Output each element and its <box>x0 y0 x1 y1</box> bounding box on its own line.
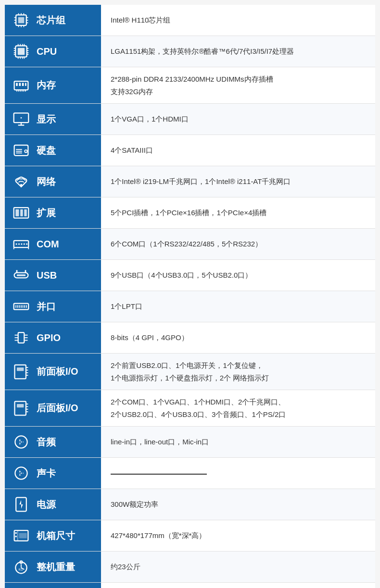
label-cell-display: 显示 <box>5 104 101 135</box>
label-cell-expansion: 扩展 <box>5 197 101 229</box>
svg-rect-107 <box>19 533 27 539</box>
gpio-icon <box>11 327 32 348</box>
table-row: 音频line-in口，line-out口，Mic-in口 <box>5 427 375 458</box>
label-cell-com: COM <box>5 229 101 260</box>
value-cell-rear-panel: 2个COM口、1个VGA口、1个HDMI口、2个千兆网口、2个USB2.0口、4… <box>101 390 375 427</box>
value-cell-os: Windows 7、Windows 8、Windows 10、Linux <box>101 583 375 588</box>
table-row: USB9个USB口（4个USB3.0口，5个USB2.0口） <box>5 260 375 291</box>
label-cell-os: 系统支持 <box>5 583 101 588</box>
label-text-display: 显示 <box>37 113 56 126</box>
label-cell-front-panel: 前面板I/O <box>5 354 101 390</box>
value-cell-front-panel: 2个前置USB2.0口、1个电源开关，1个复位键，1个电源指示灯，1个硬盘指示灯… <box>101 354 375 390</box>
svg-rect-84 <box>15 365 26 379</box>
weight-icon: KG <box>11 556 32 577</box>
value-cell-expansion: 5个PCI插槽，1个PCIe×16插槽，1个PCIe×4插槽 <box>101 197 375 229</box>
svg-point-58 <box>15 243 17 245</box>
network-icon <box>11 171 32 192</box>
table-row: GPIO8-bits（4 GPI，4GPO） <box>5 322 375 354</box>
label-cell-usb: USB <box>5 260 101 291</box>
table-row: 硬盘4个SATAIII口 <box>5 135 375 166</box>
label-cell-network: 网络 <box>5 166 101 197</box>
svg-rect-90 <box>15 401 26 415</box>
svg-rect-55 <box>20 209 23 216</box>
table-row: 芯片组Intel® H110芯片组 <box>5 5 375 36</box>
svg-rect-36 <box>25 83 26 86</box>
spec-table: 芯片组Intel® H110芯片组 CPULGA1151构架，支持英特尔®酷睿™… <box>5 5 375 588</box>
table-row: 显示1个VGA口，1个HDMI口 <box>5 104 375 135</box>
parallel-icon <box>11 296 32 317</box>
label-cell-rear-panel: 后面板I/O <box>5 390 101 427</box>
label-text-soundcard: 声卡 <box>37 467 56 480</box>
svg-point-48 <box>25 150 27 152</box>
svg-rect-1 <box>18 17 25 24</box>
label-text-memory: 内存 <box>37 79 56 92</box>
label-cell-chassis: 机箱尺寸 <box>5 520 101 551</box>
label-text-rear-panel: 后面板I/O <box>37 402 78 415</box>
table-row: 并口1个LPT口 <box>5 291 375 322</box>
svg-point-59 <box>18 243 20 245</box>
table-row: KG 整机重量约23公斤 <box>5 551 375 583</box>
svg-rect-102 <box>16 498 26 512</box>
usb-icon <box>11 265 32 286</box>
value-cell-audio: line-in口，line-out口，Mic-in口 <box>101 427 375 458</box>
label-text-front-panel: 前面板I/O <box>37 365 78 378</box>
svg-rect-56 <box>24 209 26 216</box>
label-text-parallel: 并口 <box>37 300 56 313</box>
svg-point-101 <box>21 473 22 474</box>
value-cell-chassis: 427*480*177mm（宽*深*高） <box>101 520 375 551</box>
power-icon <box>11 494 32 515</box>
audio-icon <box>11 463 32 484</box>
svg-rect-35 <box>22 83 24 86</box>
svg-point-61 <box>24 243 25 245</box>
svg-rect-66 <box>17 274 25 276</box>
value-cell-power: 300W额定功率 <box>101 489 375 520</box>
value-cell-parallel: 1个LPT口 <box>101 291 375 322</box>
panel-icon <box>11 361 32 382</box>
label-text-cpu: CPU <box>37 46 57 57</box>
label-cell-soundcard: 声卡 <box>5 458 101 489</box>
value-cell-weight: 约23公斤 <box>101 551 375 583</box>
memory-icon <box>11 75 32 96</box>
label-text-weight: 整机重量 <box>37 561 75 574</box>
svg-point-105 <box>15 532 17 534</box>
svg-point-60 <box>21 243 22 245</box>
label-cell-weight: KG 整机重量 <box>5 551 101 583</box>
svg-point-46 <box>21 117 22 119</box>
value-cell-chipset: Intel® H110芯片组 <box>101 5 375 36</box>
label-text-usb: USB <box>37 270 57 281</box>
svg-text:KG: KG <box>19 568 23 571</box>
table-row: CPULGA1151构架，支持英特尔®酷睿™6代/7代I3/I5/I7处理器 <box>5 36 375 67</box>
table-row: 声卡 <box>5 458 375 489</box>
value-cell-network: 1个Intel® i219-LM千兆网口，1个Intel® i211-AT千兆网… <box>101 166 375 197</box>
svg-rect-33 <box>16 83 18 86</box>
label-text-chassis: 机箱尺寸 <box>37 529 75 542</box>
expansion-icon <box>11 202 32 223</box>
svg-point-62 <box>26 243 27 245</box>
label-text-gpio: GPIO <box>37 332 61 343</box>
table-row: 网络1个Intel® i219-LM千兆网口，1个Intel® i211-AT千… <box>5 166 375 197</box>
label-text-power: 电源 <box>37 498 56 511</box>
svg-point-98 <box>21 441 22 443</box>
value-cell-cpu: LGA1151构架，支持英特尔®酷睿™6代/7代I3/I5/I7处理器 <box>101 36 375 67</box>
label-cell-parallel: 并口 <box>5 291 101 322</box>
label-text-expansion: 扩展 <box>37 207 56 220</box>
value-cell-com: 6个COM口（1个RS232/422/485，5个RS232） <box>101 229 375 260</box>
svg-rect-15 <box>18 48 25 55</box>
com-icon <box>11 233 32 255</box>
table-row: 电源300W额定功率 <box>5 489 375 520</box>
table-row: 扩展5个PCI插槽，1个PCIe×16插槽，1个PCIe×4插槽 <box>5 197 375 229</box>
audio-icon <box>11 431 32 453</box>
svg-point-106 <box>15 536 17 538</box>
svg-rect-77 <box>18 332 25 343</box>
value-cell-usb: 9个USB口（4个USB3.0口，5个USB2.0口） <box>101 260 375 291</box>
label-cell-chipset: 芯片组 <box>5 5 101 36</box>
label-text-chipset: 芯片组 <box>37 14 65 27</box>
svg-point-52 <box>20 184 23 186</box>
label-text-com: COM <box>37 239 59 250</box>
label-text-harddisk: 硬盘 <box>37 144 56 157</box>
table-row: 机箱尺寸427*480*177mm（宽*深*高） <box>5 520 375 551</box>
svg-rect-34 <box>19 83 21 86</box>
table-row: 系统支持Windows 7、Windows 8、Windows 10、Linux <box>5 583 375 588</box>
svg-rect-95 <box>17 404 24 407</box>
table-row: 前面板I/O2个前置USB2.0口、1个电源开关，1个复位键，1个电源指示灯，1… <box>5 354 375 390</box>
